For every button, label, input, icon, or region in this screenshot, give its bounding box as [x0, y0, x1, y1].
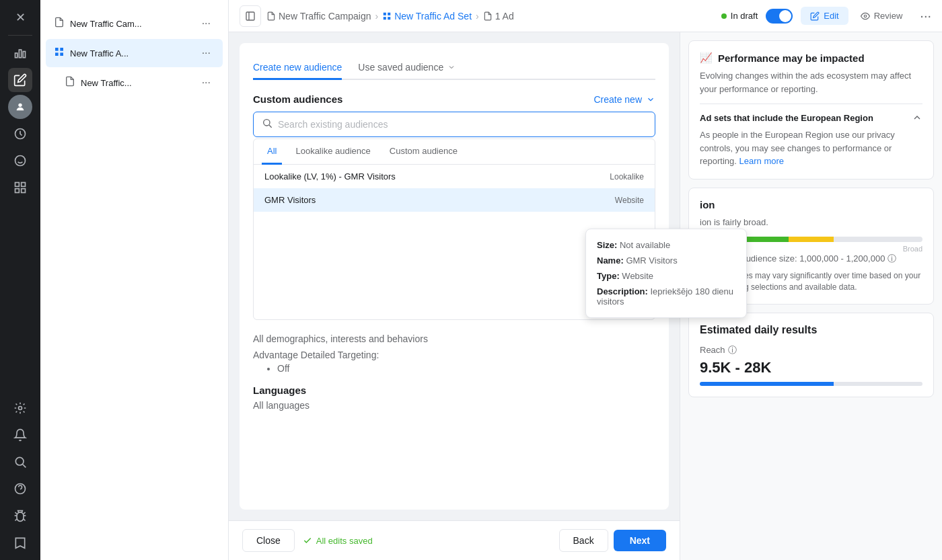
daily-results-card: Estimated daily results Reach ⓘ 9.5K - 2…: [688, 313, 934, 397]
tab-use-saved-audience[interactable]: Use saved audience: [358, 56, 456, 80]
svg-rect-1: [19, 50, 21, 58]
audience-definition-title: ion: [700, 199, 922, 210]
audience-search-box: [253, 112, 655, 137]
more-options-button[interactable]: ···: [920, 8, 931, 24]
edit-icon[interactable]: [8, 68, 32, 92]
next-button[interactable]: Next: [614, 530, 666, 551]
tab-edit[interactable]: Edit: [801, 7, 848, 25]
icon-rail: ✕: [0, 0, 40, 560]
left-sidebar: New Traffic Cam... ··· New Traffic A... …: [40, 0, 229, 560]
bug-icon[interactable]: [8, 504, 32, 528]
tab-create-new-audience[interactable]: Create new audience: [253, 56, 342, 80]
campaign-item-label: New Traffic Cam...: [70, 19, 198, 29]
reach-info-icon[interactable]: ⓘ: [728, 344, 737, 356]
info-icon[interactable]: ⓘ: [887, 253, 896, 264]
svg-point-5: [15, 156, 26, 166]
close-button[interactable]: Close: [242, 529, 295, 552]
svg-line-19: [15, 512, 17, 514]
tooltip-name-label: Name:: [597, 255, 624, 266]
breadcrumb-campaign[interactable]: New Traffic Campaign: [266, 11, 371, 22]
breadcrumb-ad[interactable]: 1 Ad: [483, 11, 514, 22]
reach-bar: [700, 382, 922, 386]
svg-point-33: [864, 15, 867, 17]
svg-rect-29: [384, 12, 386, 15]
gauge-fill-yellow: [789, 237, 833, 242]
dropdown-tab-lookalike[interactable]: Lookalike audience: [290, 139, 375, 165]
european-region-section: Ad sets that include the European Region…: [700, 104, 922, 168]
svg-rect-2: [23, 52, 25, 58]
dropdown-tab-all[interactable]: All: [262, 139, 282, 165]
tooltip-size-label: Size:: [597, 240, 617, 250]
publish-toggle[interactable]: [766, 9, 793, 24]
analytics-icon[interactable]: [8, 41, 32, 65]
performance-card: 📈 Performance may be impacted Evolving c…: [688, 40, 934, 179]
svg-rect-0: [15, 53, 17, 58]
audience-item-gmr[interactable]: GMR Visitors Website: [254, 188, 655, 212]
tab-review[interactable]: Review: [851, 7, 912, 25]
dropdown-tabs: All Lookalike audience Custom audience: [254, 139, 655, 165]
audience-search-input[interactable]: [278, 119, 647, 130]
grid-icon[interactable]: [8, 175, 32, 200]
help-icon[interactable]: [8, 477, 32, 501]
trend-icon: 📈: [700, 52, 713, 64]
demographics-text: All demographics, interests and behavior…: [253, 333, 655, 344]
settings-icon[interactable]: [8, 396, 32, 420]
sidebar-toggle-button[interactable]: [240, 5, 261, 27]
topbar-right: In draft Edit Review ···: [721, 7, 931, 25]
audience-item-lookalike[interactable]: Lookalike (LV, 1%) - GMR Visitors Lookal…: [254, 165, 655, 188]
search-icon[interactable]: [8, 450, 32, 474]
campaign-more-icon[interactable]: ···: [198, 16, 215, 31]
clock-icon[interactable]: [8, 122, 32, 146]
collapse-toggle[interactable]: Ad sets that include the European Region: [700, 112, 922, 123]
audience-tooltip-popup: Size: Not available Name: GMR Visitors T…: [585, 229, 747, 318]
bookmark-icon[interactable]: [8, 530, 32, 555]
dropdown-tab-custom[interactable]: Custom audience: [384, 139, 463, 165]
view-tabs: Edit Review: [801, 7, 912, 25]
demographics-section: All demographics, interests and behavior…: [253, 333, 655, 374]
languages-section: Languages All languages: [253, 385, 655, 411]
adset-more-icon[interactable]: ···: [198, 46, 215, 61]
breadcrumb-adset[interactable]: New Traffic Ad Set: [382, 11, 472, 22]
custom-audiences-title: Custom audiences: [253, 93, 342, 105]
user-avatar[interactable]: [8, 95, 32, 119]
ad-item-label: New Traffic...: [81, 78, 198, 88]
breadcrumb-ad-label: 1 Ad: [495, 11, 514, 22]
svg-line-22: [24, 519, 26, 521]
svg-rect-30: [388, 12, 390, 15]
emoji-icon[interactable]: [8, 149, 32, 173]
gauge-label-broad: Broad: [903, 245, 922, 253]
create-new-button[interactable]: Create new: [593, 94, 655, 105]
svg-point-13: [15, 457, 24, 465]
svg-line-20: [24, 512, 26, 514]
audience-item-lookalike-type: Lookalike: [610, 172, 644, 182]
draft-label: In draft: [731, 11, 758, 21]
breadcrumb: New Traffic Campaign › New Traffic Ad Se…: [266, 11, 716, 22]
audience-item-gmr-type: Website: [615, 196, 644, 205]
advantage-targeting-value: Off: [277, 363, 655, 374]
svg-rect-25: [55, 52, 59, 56]
sidebar-item-ad[interactable]: New Traffic... ···: [46, 69, 223, 97]
ad-page-icon: [65, 76, 75, 89]
chevron-up-icon: [912, 112, 922, 123]
saved-label: All edits saved: [316, 536, 373, 546]
sidebar-item-campaign[interactable]: New Traffic Cam... ···: [46, 9, 223, 38]
back-button[interactable]: Back: [559, 529, 608, 552]
reach-label: Reach ⓘ: [700, 344, 922, 356]
close-rail-icon[interactable]: ✕: [8, 5, 32, 30]
bottom-bar: Close All edits saved Back Next: [229, 520, 680, 560]
learn-more-link[interactable]: Learn more: [739, 156, 784, 166]
tooltip-type-label: Type:: [597, 271, 620, 281]
bell-icon[interactable]: [8, 423, 32, 447]
ad-more-icon[interactable]: ···: [198, 75, 215, 90]
collapse-body: As people in the European Region use our…: [700, 128, 922, 168]
sidebar-item-adset[interactable]: New Traffic A... ···: [46, 39, 223, 67]
adset-item-label: New Traffic A...: [70, 48, 198, 58]
audience-item-lookalike-name: Lookalike (LV, 1%) - GMR Visitors: [264, 171, 396, 182]
audience-item-gmr-name: GMR Visitors: [264, 195, 316, 205]
draft-status: In draft: [721, 11, 758, 21]
campaign-page-icon: [54, 17, 65, 30]
svg-rect-26: [60, 52, 63, 56]
daily-results-title: Estimated daily results: [700, 324, 922, 336]
tooltip-description-label: Description:: [597, 286, 648, 296]
languages-title: Languages: [253, 385, 655, 396]
